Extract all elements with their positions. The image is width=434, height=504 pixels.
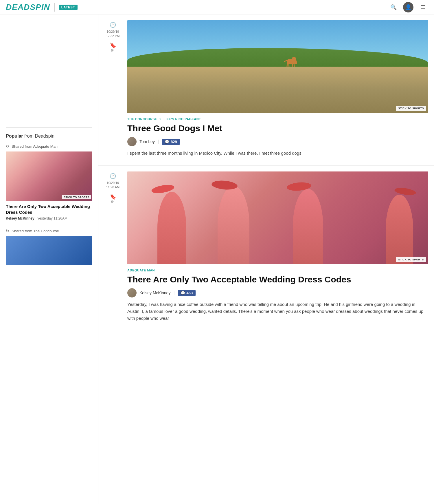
sidebar-article-meta: Kelsey McKinney Yesterday 11:26AM	[6, 216, 92, 220]
article-date-text-1: 10/29/19	[107, 30, 119, 33]
sidebar-article-image-adequate[interactable]: STICK TO SPORTS	[6, 151, 92, 201]
comment-count-2: 463	[187, 291, 193, 295]
bookmark-icon-2[interactable]: 🔖	[110, 193, 116, 200]
share-icon-adequate: ↻	[6, 144, 9, 149]
author-divider-2: |	[173, 290, 174, 295]
sidebar: Popular from Deadspin ↻ Shared from Adeq…	[0, 14, 98, 504]
shared-adequate-label: Shared from Adequate Man	[12, 144, 58, 149]
stick-to-sports-badge-sidebar: STICK TO SPORTS	[62, 195, 91, 199]
search-icon[interactable]: 🔍	[388, 2, 399, 12]
clock-icon-1: 🕐	[110, 22, 116, 28]
header-icons: 🔍 👤 ☰	[388, 2, 428, 12]
article-time-text-2: 11:28 AM	[106, 185, 119, 189]
bookmark-area-2: 🔖 64	[110, 193, 116, 203]
dog-scene	[127, 20, 428, 113]
user-icon[interactable]: 👤	[403, 2, 413, 12]
article-title-1[interactable]: Three Good Dogs I Met	[127, 123, 428, 134]
article-row-2: 🕐 10/29/19 11:28 AM 🔖 64	[98, 166, 434, 330]
article-title-2[interactable]: There Are Only Two Acceptable Wedding Dr…	[127, 274, 428, 285]
category-secondary-1[interactable]: LIFE'S RICH PAGEANT	[163, 117, 201, 121]
latest-badge[interactable]: LATEST	[59, 5, 78, 10]
article-time-text-1: 12:32 PM	[106, 34, 119, 38]
shared-from-concourse: ↻ Shared from The Concourse	[6, 229, 92, 233]
page-layout: Popular from Deadspin ↻ Shared from Adeq…	[0, 14, 434, 504]
author-avatar-1	[127, 137, 137, 146]
article-author-row-1: Tom Ley | 💬 829	[127, 137, 428, 146]
article-category-1: THE CONCOURSE » LIFE'S RICH PAGEANT	[127, 117, 428, 121]
sidebar-popular-heading: Popular from Deadspin	[6, 134, 92, 139]
bookmark-area-1: 🔖 94	[110, 42, 116, 52]
comment-icon-1: 💬	[165, 140, 169, 144]
article-main-2: STICK TO SPORTS ADEQUATE MAN There Are O…	[127, 171, 428, 322]
pink-scene	[127, 171, 428, 264]
clock-icon-2: 🕐	[110, 173, 116, 179]
article-meta-side-2: 🕐 10/29/19 11:28 AM 🔖 64	[101, 171, 124, 203]
site-header: DEADSPIN LATEST 🔍 👤 ☰	[0, 0, 434, 14]
author-divider-1: |	[158, 139, 159, 144]
author-avatar-inner-1	[127, 137, 137, 146]
dog-leg3	[292, 63, 293, 67]
sidebar-concourse-image[interactable]	[6, 236, 92, 265]
article-row-1: 🕐 10/29/19 12:32 PM 🔖 94	[98, 14, 434, 166]
dog-leg2	[288, 63, 289, 67]
stone-grid	[127, 76, 428, 113]
comment-badge-2[interactable]: 💬 463	[178, 290, 196, 296]
woman-1	[157, 192, 186, 264]
woman-2	[218, 186, 249, 264]
stick-badge-2: STICK TO SPORTS	[396, 257, 426, 262]
article-main-1: STICK TO SPORTS THE CONCOURSE » LIFE'S R…	[127, 20, 428, 157]
menu-icon[interactable]: ☰	[418, 2, 428, 12]
article-meta-side-1: 🕐 10/29/19 12:32 PM 🔖 94	[101, 20, 124, 52]
logo-text: DEADSPIN	[6, 3, 50, 12]
bookmark-icon-1[interactable]: 🔖	[110, 42, 116, 49]
article-excerpt-1: I spent the last three months living in …	[127, 150, 428, 157]
site-logo[interactable]: DEADSPIN	[6, 3, 50, 12]
popular-label: Popular	[6, 134, 23, 138]
article-author-row-2: Kelsey McKinney | 💬 463	[127, 288, 428, 297]
shared-from-adequate: ↻ Shared from Adequate Man	[6, 144, 92, 149]
article-date-1: 10/29/19 12:32 PM	[106, 30, 119, 39]
category-arrow-1: »	[159, 117, 161, 121]
pink-bg	[127, 171, 428, 264]
author-name-2[interactable]: Kelsey McKinney	[139, 291, 170, 295]
woman-3	[293, 189, 323, 264]
sidebar-article-author: Kelsey McKinney	[6, 216, 34, 220]
bookmark-count-2: 64	[111, 200, 115, 203]
category-primary-1[interactable]: THE CONCOURSE	[127, 117, 157, 121]
sidebar-top-spacer	[6, 20, 92, 122]
woman-4	[386, 195, 413, 264]
from-label: from Deadspin	[24, 134, 54, 138]
comment-badge-1[interactable]: 💬 829	[162, 139, 180, 145]
sidebar-img-placeholder	[6, 151, 92, 201]
author-avatar-2	[127, 288, 137, 297]
dog-leg1	[286, 63, 288, 67]
article-excerpt-2: Yesterday, I was having a nice coffee ou…	[127, 301, 428, 322]
comment-count-1: 829	[171, 140, 177, 144]
header-divider	[54, 3, 55, 12]
comment-icon-2: 💬	[181, 291, 185, 295]
category-primary-2[interactable]: ADEQUATE MAN	[127, 269, 155, 272]
article-category-2: ADEQUATE MAN	[127, 269, 428, 272]
author-name-1[interactable]: Tom Ley	[139, 139, 155, 144]
article-hero-image-2[interactable]: STICK TO SPORTS	[127, 171, 428, 264]
sidebar-article-title[interactable]: There Are Only Two Acceptable Wedding Dr…	[6, 204, 92, 215]
article-hero-image-1[interactable]: STICK TO SPORTS	[127, 20, 428, 113]
dog-silhouette	[284, 59, 300, 69]
stick-badge-1: STICK TO SPORTS	[396, 106, 426, 111]
sidebar-divider	[6, 127, 92, 128]
sidebar-article-time: Yesterday 11:26AM	[37, 216, 67, 220]
main-content: 🕐 10/29/19 12:32 PM 🔖 94	[98, 14, 434, 504]
bookmark-count-1: 94	[111, 49, 115, 52]
article-date-2: 10/29/19 11:28 AM	[106, 181, 119, 190]
article-date-text-2: 10/29/19	[107, 181, 119, 185]
dog-head	[292, 57, 296, 61]
author-avatar-inner-2	[127, 288, 137, 297]
shared-concourse-label: Shared from The Concourse	[12, 229, 59, 233]
share-icon-concourse: ↻	[6, 229, 9, 233]
